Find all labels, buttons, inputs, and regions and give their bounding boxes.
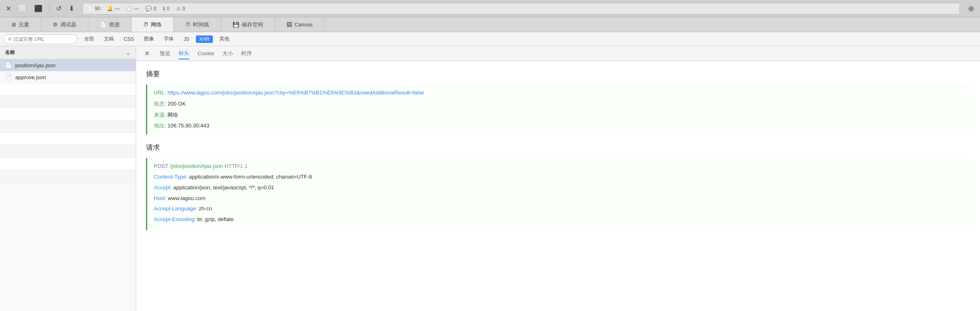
tab-cookie[interactable]: Cookie <box>198 49 214 58</box>
filter-type-font[interactable]: 字体 <box>160 35 177 43</box>
filter-type-image[interactable]: 图像 <box>141 35 157 43</box>
url-line: URL: https://www.lagou.com/jobs/position… <box>154 89 964 97</box>
warning-icon: ⚠ <box>176 6 181 12</box>
tab-network[interactable]: ⏱ 网络 <box>132 17 174 32</box>
tile-split-button[interactable]: ⬛ <box>32 3 45 14</box>
main-content: 名称 ⌄ 📄 positionAjax.json 📄 approve.json <box>0 46 980 311</box>
empty-row <box>0 120 136 133</box>
empty-row <box>0 133 136 145</box>
header-host: Host: www.lagou.com <box>154 194 964 203</box>
address-bar-stats: 📄 90 🔔 — 🕐 — 💬 0 ℹ 0 ⚠ 0 <box>87 6 185 12</box>
header-val-4: br, gzip, deflate <box>198 216 234 222</box>
list-item[interactable]: 📄 approve.json <box>0 71 136 83</box>
tab-timeline[interactable]: ⏱ 时间线 <box>174 17 221 32</box>
tab-canvas[interactable]: 🖼 Canvas <box>275 17 325 32</box>
address-label: 地址: <box>154 123 166 129</box>
tab-debugger[interactable]: ⚙ 调试器 <box>41 17 88 32</box>
error-icon: 🔔 <box>107 6 113 12</box>
timeline-icon: ⏱ <box>185 21 191 28</box>
issues-count: 0 <box>153 6 156 12</box>
detail-content: 摘要 URL: https://www.lagou.com/jobs/posit… <box>136 61 980 311</box>
address-line: 地址: 106.75.90.30:443 <box>154 122 964 130</box>
source-value: 网络 <box>167 112 178 118</box>
url-value: https://www.lagou.com/jobs/positionAjax.… <box>167 90 424 96</box>
tab-debugger-label: 调试器 <box>60 21 76 28</box>
empty-row <box>0 170 136 182</box>
errors-stat: 🔔 — <box>107 6 120 12</box>
crosshair-button[interactable]: ⊕ <box>966 2 977 15</box>
header-key-1: Accept: <box>154 184 172 191</box>
filter-type-js[interactable]: JS <box>180 35 193 43</box>
source-line: 来源: 网络 <box>154 111 964 120</box>
status-label: 状态: <box>154 101 166 107</box>
url-label: URL: <box>154 90 166 96</box>
tab-resources-label: 资源 <box>109 21 120 28</box>
clock-icon: 🕐 <box>126 6 132 12</box>
empty-row <box>0 145 136 158</box>
header-key-0: Content-Type: <box>154 174 188 180</box>
filter-input[interactable] <box>13 36 73 42</box>
info-stat: ℹ 0 <box>163 6 170 12</box>
tab-network-label: 网络 <box>151 21 162 28</box>
tab-resources[interactable]: 📄 资源 <box>88 17 132 32</box>
file-name: approve.json <box>15 74 46 80</box>
canvas-icon: 🖼 <box>287 21 292 28</box>
issues-stat: 💬 0 <box>146 6 156 12</box>
file-name: positionAjax.json <box>15 62 56 68</box>
tab-timing[interactable]: 时序 <box>241 48 252 59</box>
tab-storage[interactable]: 💾 储存空间 <box>221 17 275 32</box>
divider-1 <box>49 5 49 13</box>
right-panel: ✕ 预览 标头 Cookie 大小 时序 摘要 URL: https://www… <box>136 46 980 311</box>
header-accept-encoding: Accept-Encoding: br, gzip, deflate <box>154 215 964 224</box>
elements-icon: ⊞ <box>12 21 16 28</box>
sort-icon[interactable]: ⌄ <box>126 49 131 56</box>
filter-input-wrap: ⊘ <box>3 34 78 44</box>
empty-row <box>0 96 136 108</box>
empty-row <box>0 158 136 170</box>
empty-row <box>0 108 136 120</box>
debugger-icon: ⚙ <box>53 21 58 28</box>
page-icon: 📄 <box>87 6 93 12</box>
filter-type-css[interactable]: CSS <box>120 35 137 43</box>
header-val-2: www.lagou.com <box>168 195 205 201</box>
header-key-4: Accept-Encoding: <box>154 216 196 222</box>
filter-icon: ⊘ <box>8 36 12 42</box>
filter-bar: ⊘ 全部 文稿 CSS 图像 字体 JS XHR 其他 <box>0 32 980 46</box>
filter-type-xhr[interactable]: XHR <box>196 35 213 43</box>
left-panel-header: 名称 ⌄ <box>0 46 136 59</box>
status-value: 200 OK <box>167 101 186 107</box>
tile-single-button[interactable]: ⬜ <box>16 3 29 14</box>
network-icon: ⏱ <box>143 21 148 28</box>
tab-size[interactable]: 大小 <box>222 48 233 59</box>
page-count-stat: 📄 90 <box>87 6 100 12</box>
filter-type-other[interactable]: 其他 <box>216 35 233 43</box>
left-panel-title: 名称 <box>5 49 15 56</box>
header-key-2: Host: <box>154 195 166 201</box>
logs-label: — <box>134 6 139 12</box>
summary-section-title: 摘要 <box>146 69 970 79</box>
logs-stat: 🕐 — <box>126 6 139 12</box>
message-icon: 💬 <box>146 6 152 12</box>
request-protocol: HTTP/1.1 <box>224 163 247 169</box>
list-item[interactable]: 📄 positionAjax.json <box>0 59 136 71</box>
close-button[interactable]: ✕ <box>3 3 14 14</box>
tab-timeline-label: 时间线 <box>193 21 209 28</box>
page-count: 90 <box>95 6 100 12</box>
warnings-stat: ⚠ 0 <box>176 6 185 12</box>
filter-type-document[interactable]: 文稿 <box>101 35 117 43</box>
tab-storage-label: 储存空间 <box>242 21 263 28</box>
header-key-3: Accept-Language: <box>154 205 198 212</box>
tab-headers[interactable]: 标头 <box>179 48 189 59</box>
detail-close-button[interactable]: ✕ <box>143 49 151 58</box>
tab-preview[interactable]: 预览 <box>160 48 170 59</box>
tab-elements[interactable]: ⊞ 元素 <box>0 17 41 32</box>
download-button[interactable]: ⬇ <box>66 3 77 14</box>
file-icon: 📄 <box>5 74 12 80</box>
storage-icon: 💾 <box>233 21 239 28</box>
address-value: 106.75.90.30:443 <box>167 123 209 129</box>
filter-type-all[interactable]: 全部 <box>81 35 97 43</box>
request-method: POST <box>154 163 168 169</box>
reload-button[interactable]: ↺ <box>54 3 64 14</box>
request-path: /jobs/positionAjax.json <box>170 163 223 169</box>
summary-block: URL: https://www.lagou.com/jobs/position… <box>146 85 970 134</box>
